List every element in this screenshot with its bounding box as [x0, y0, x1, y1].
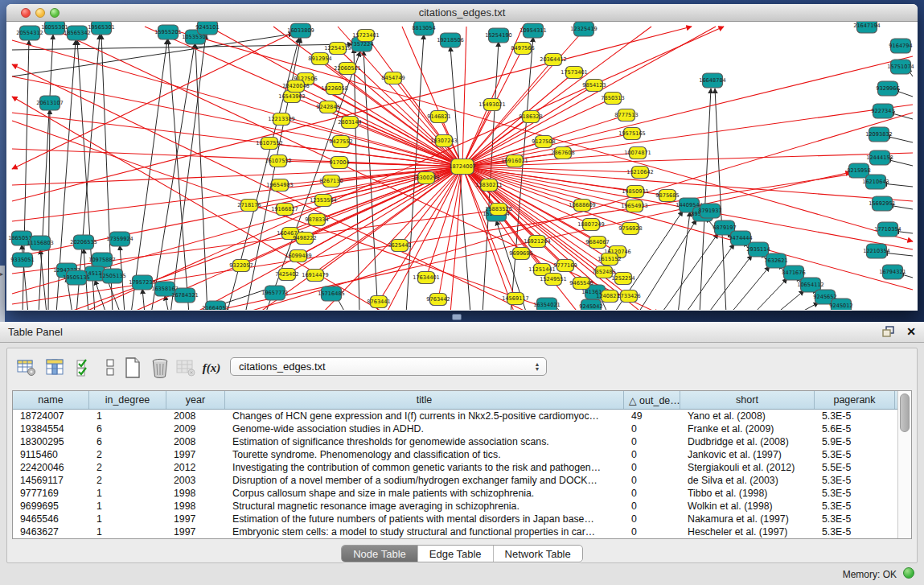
graph-node[interactable]: 9777169 [553, 260, 577, 272]
collapsed-panel-tab[interactable]: ▸ [0, 266, 5, 322]
graph-node[interactable]: 15493021 [478, 99, 506, 111]
graph-node[interactable]: 7632621 [764, 253, 787, 268]
table-row[interactable]: 946554611997Estimation of the future num… [13, 513, 897, 525]
graph-node[interactable]: 8791937 [698, 204, 721, 218]
table-row[interactable]: 1872400712008Changes of HCN gene express… [13, 410, 897, 422]
graph-node[interactable]: 16784321 [171, 288, 199, 303]
graph-node[interactable]: 15716485 [318, 286, 345, 301]
column-header-title[interactable]: title [225, 391, 624, 409]
graph-node[interactable]: 2935114 [746, 242, 770, 257]
new-file-icon[interactable] [121, 356, 144, 379]
graph-node[interactable]: 16107552 [265, 155, 292, 167]
graph-node[interactable]: 12213389 [268, 113, 295, 126]
graph-node[interactable]: 18565342 [64, 26, 91, 40]
graph-node[interactable]: 9498222 [293, 233, 316, 245]
graph-node[interactable]: 2718176 [237, 200, 261, 212]
graph-node[interactable]: 16099489 [285, 250, 312, 262]
tab-edge-table[interactable]: Edge Table [418, 546, 494, 562]
graph-node[interactable]: 20206535 [70, 235, 97, 249]
graph-node[interactable]: 8813054 [412, 22, 435, 35]
graph-node[interactable]: 9427552 [329, 136, 352, 148]
graph-node[interactable]: 1733426 [617, 290, 640, 303]
graph-node[interactable]: 9875685 [655, 190, 679, 202]
graph-node[interactable]: 8454749 [381, 72, 405, 84]
table-row[interactable]: 969969511998Structural magnetic resonanc… [13, 500, 897, 513]
graph-node[interactable]: 19657771 [261, 286, 289, 300]
graph-node[interactable]: 8912954 [308, 53, 331, 65]
column-header-name[interactable]: name [13, 391, 89, 409]
table-row[interactable]: 946362711997Embryonic stem cells: a mode… [13, 525, 897, 538]
graph-node[interactable]: 9474444 [729, 231, 752, 245]
graph-node[interactable]: 12444158 [866, 150, 893, 165]
column-header-in_degree[interactable]: in_degree [89, 391, 166, 409]
close-panel-icon[interactable]: ✕ [906, 325, 916, 338]
graph-node[interactable]: 20364412 [540, 54, 567, 66]
graph-node[interactable]: 21664051 [202, 301, 229, 310]
graph-node[interactable]: 15955201 [154, 25, 182, 39]
table-settings-icon[interactable] [15, 356, 38, 379]
graph-node[interactable]: 18724007 [449, 159, 476, 175]
scrollbar-thumb[interactable] [900, 393, 910, 432]
graph-node[interactable]: 7425402 [275, 269, 298, 281]
graph-node[interactable]: 14850931 [622, 186, 649, 198]
graph-node[interactable]: 9465546 [569, 278, 593, 290]
row-height-icon[interactable] [99, 356, 121, 379]
graph-node[interactable]: 9227343 [871, 104, 894, 118]
graph-node[interactable]: 7625441 [388, 240, 411, 252]
graph-node[interactable]: 9854123 [582, 80, 606, 92]
graph-node[interactable]: 9146821 [427, 111, 450, 123]
graph-node[interactable]: 19575165 [618, 128, 646, 140]
graph-node[interactable]: 17710354 [874, 222, 901, 237]
table-row[interactable]: 911546021997Tourette syndrome. Phenomeno… [13, 448, 897, 461]
graph-node[interactable]: 8777513 [614, 109, 638, 122]
graph-node[interactable]: 16794321 [879, 265, 906, 279]
network-canvas[interactable]: 2055431216055301185653421956530115955201… [7, 22, 917, 310]
graph-node[interactable]: 19166827 [271, 204, 298, 216]
graph-node[interactable]: 917004 [329, 157, 349, 169]
tab-node-table[interactable]: Node Table [342, 546, 418, 562]
graph-node[interactable]: 20554312 [16, 26, 43, 40]
graph-node[interactable]: 11156803 [27, 236, 54, 250]
graph-node[interactable]: 10975887 [88, 253, 116, 267]
graph-node[interactable]: 8267130 [319, 175, 343, 187]
table-row[interactable]: 1830029562008Estimation of significance … [13, 435, 897, 448]
column-header-short[interactable]: short [680, 391, 815, 409]
graph-node[interactable]: 9335051 [10, 253, 34, 267]
graph-node[interactable]: 10074871 [624, 147, 651, 159]
column-header-pagerank[interactable]: pagerank [815, 391, 895, 409]
column-header-out_de[interactable]: △ out_de… [624, 391, 680, 409]
graph-node[interactable]: 12093832 [865, 127, 893, 142]
graph-node[interactable]: 9756928 [618, 223, 642, 235]
graph-node[interactable]: 9245101 [195, 22, 219, 35]
network-graph[interactable]: 2055431216055301185653421956530115955201… [7, 22, 917, 310]
graph-node[interactable]: 8471676 [782, 266, 805, 280]
graph-node[interactable]: 21647194 [853, 22, 881, 33]
graph-node[interactable]: 9329966 [876, 81, 899, 96]
graph-node[interactable]: 1615152 [598, 253, 621, 266]
graph-node[interactable]: 17359924 [106, 232, 133, 246]
graph-node[interactable]: 17634401 [413, 272, 440, 284]
graph-node[interactable]: 9322057 [229, 260, 253, 272]
table-row[interactable]: 2242004622012Investigating the contribut… [13, 461, 897, 474]
graph-node[interactable]: 9699695 [509, 248, 532, 260]
graph-node[interactable]: 15254190 [485, 28, 512, 43]
table-row[interactable]: 1938455462009Genome-wide association stu… [13, 422, 897, 435]
graph-node[interactable]: 12210354 [863, 244, 890, 258]
graph-node[interactable]: 18300295 [413, 172, 440, 184]
float-panel-icon[interactable] [882, 326, 895, 337]
graph-node[interactable]: 15751074 [887, 60, 914, 74]
window-titlebar[interactable]: citations_edges.txt [6, 4, 918, 22]
graph-node[interactable]: 18226058 [321, 83, 348, 95]
tab-network-table[interactable]: Network Table [494, 546, 582, 562]
select-columns-icon[interactable] [44, 356, 67, 379]
graph-node[interactable]: 9245042 [579, 299, 602, 310]
column-header-year[interactable]: year [166, 391, 225, 409]
graph-node[interactable]: 10688609 [569, 200, 596, 212]
graph-node[interactable]: 8186328 [519, 111, 542, 123]
graph-node[interactable]: 19218506 [437, 33, 464, 47]
graph-node[interactable]: 16210643 [862, 175, 889, 189]
graph-node[interactable]: 20613107 [36, 96, 64, 110]
panel-splitter-grip[interactable] [452, 314, 462, 320]
graph-node[interactable]: 9164794 [889, 39, 912, 53]
function-icon[interactable]: f(x) [200, 356, 223, 379]
